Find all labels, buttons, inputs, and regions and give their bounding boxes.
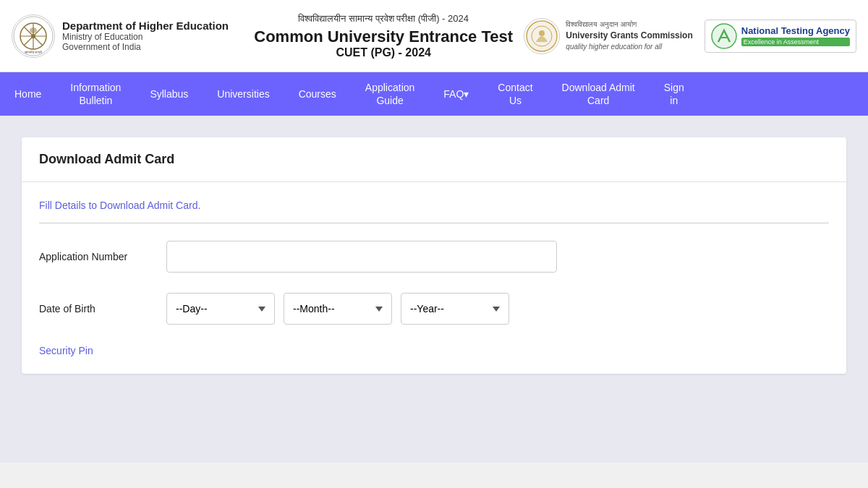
nav-universities[interactable]: Universities: [203, 72, 284, 116]
nav-home[interactable]: Home: [0, 72, 56, 116]
card-title: Download Admit Card: [39, 152, 829, 167]
nav-faq[interactable]: FAQ ▾: [429, 72, 483, 116]
faq-dropdown-icon: ▾: [464, 87, 469, 100]
ugc-text-block: विश्वविद्यालय अनुदान आयोग University Gra…: [566, 20, 692, 52]
nav-courses[interactable]: Courses: [284, 72, 351, 116]
dept-sub1: Ministry of Education: [62, 32, 229, 42]
main-title: Common University Entrance Test: [243, 27, 524, 46]
application-number-input[interactable]: [166, 241, 557, 273]
nav-contact-us[interactable]: ContactUs: [483, 72, 547, 116]
page-background: Download Admit Card Fill Details to Down…: [0, 116, 868, 463]
svg-point-12: [712, 24, 736, 48]
dept-info: Department of Higher Education Ministry …: [62, 20, 229, 52]
dept-title: Department of Higher Education: [62, 20, 229, 32]
nav-application-guide[interactable]: ApplicationGuide: [351, 72, 430, 116]
nav-download-admit-card[interactable]: Download AdmitCard: [548, 72, 650, 116]
fill-details-text: Fill Details to Download Admit Card.: [39, 200, 829, 211]
nav-syllabus[interactable]: Syllabus: [135, 72, 203, 116]
form-divider: [39, 223, 829, 223]
svg-point-7: [30, 27, 37, 33]
dob-row: Date of Birth --Day-- --Month-- --Year--: [39, 293, 829, 325]
nav-information-bulletin[interactable]: InformationBulletin: [56, 72, 135, 116]
nta-text-block: National Testing Agency Excellence in As…: [741, 25, 850, 46]
security-pin-label: Security Pin: [39, 345, 829, 356]
page-header: सत्यमेव जयते Department of Higher Educat…: [0, 0, 868, 72]
card-body: Fill Details to Download Admit Card. App…: [22, 182, 846, 374]
card-header: Download Admit Card: [22, 137, 846, 182]
navbar: Home InformationBulletin Syllabus Univer…: [0, 72, 868, 116]
nta-tagline: Excellence in Assessment: [741, 38, 850, 46]
dob-label: Date of Birth: [39, 303, 155, 314]
month-select[interactable]: --Month--: [284, 293, 392, 325]
sub-title: CUET (PG) - 2024: [243, 46, 524, 59]
header-left: सत्यमेव जयते Department of Higher Educat…: [12, 14, 243, 58]
admit-card-panel: Download Admit Card Fill Details to Down…: [22, 137, 846, 374]
ugc-emblem-icon: [524, 18, 560, 54]
svg-text:सत्यमेव जयते: सत्यमेव जयते: [24, 50, 42, 54]
svg-point-11: [539, 30, 545, 36]
year-select[interactable]: --Year--: [401, 293, 509, 325]
header-right: विश्वविद्यालय अनुदान आयोग University Gra…: [524, 18, 856, 54]
ugc-hindi-text: विश्वविद्यालय अनुदान आयोग: [566, 20, 692, 30]
ugc-name: University Grants Commission: [566, 30, 692, 42]
india-emblem-icon: सत्यमेव जयते: [12, 14, 55, 58]
application-number-label: Application Number: [39, 251, 155, 262]
day-select[interactable]: --Day--: [166, 293, 275, 325]
dept-sub2: Government of India: [62, 42, 229, 52]
nta-icon: [711, 23, 737, 49]
nav-sign-in[interactable]: Signin: [650, 72, 699, 116]
ugc-tagline: quality higher education for all: [566, 42, 692, 52]
dob-selects: --Day-- --Month-- --Year--: [166, 293, 509, 325]
ugc-logo: विश्वविद्यालय अनुदान आयोग University Gra…: [524, 18, 692, 54]
header-center: विश्वविद्यालयीन सामान्य प्रवेश परीक्षा (…: [243, 13, 524, 59]
nta-logo: National Testing Agency Excellence in As…: [705, 20, 856, 53]
hindi-header-text: विश्वविद्यालयीन सामान्य प्रवेश परीक्षा (…: [243, 13, 524, 25]
application-number-row: Application Number: [39, 241, 829, 273]
nta-name: National Testing Agency: [741, 25, 850, 36]
